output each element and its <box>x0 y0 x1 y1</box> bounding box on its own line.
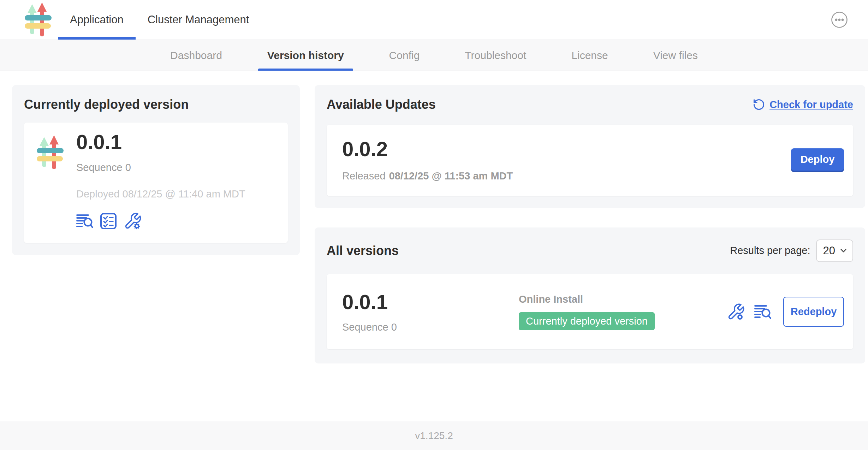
tab-cluster-management[interactable]: Cluster Management <box>136 0 261 40</box>
view-diff-icon <box>754 304 771 320</box>
currently-deployed-badge: Currently deployed version <box>519 312 655 330</box>
deployed-version-number: 0.0.1 <box>76 130 245 154</box>
app-logo-icon <box>24 2 52 37</box>
row-version-number: 0.0.1 <box>342 290 519 314</box>
available-updates-card: Available Updates Check for update 0.0.2… <box>315 85 865 208</box>
app-logo-icon <box>36 135 64 170</box>
subtab-dashboard[interactable]: Dashboard <box>148 40 245 71</box>
results-per-page-value: 20 <box>823 244 835 257</box>
available-updates-header: Available Updates Check for update <box>327 97 853 112</box>
deployed-version-panel: 0.0.1 Sequence 0 Deployed 08/12/25 @ 11:… <box>24 123 288 243</box>
version-row-actions: Redeploy <box>727 297 844 327</box>
update-details: 0.0.2 Released 08/12/25 @ 11:53 am MDT <box>342 137 513 182</box>
view-diff-icon <box>76 213 93 229</box>
check-for-update-label: Check for update <box>769 99 853 111</box>
deployed-actions <box>76 212 245 230</box>
results-per-page: Results per page: 20 <box>730 239 853 262</box>
app-logo <box>24 0 52 40</box>
version-row-status: Online Install Currently deployed versio… <box>519 294 727 330</box>
top-header: Application Cluster Management <box>0 0 868 40</box>
ellipsis-menu-icon <box>831 11 848 29</box>
subtab-version-history[interactable]: Version history <box>245 40 367 71</box>
edit-config-button[interactable] <box>124 212 142 230</box>
edit-config-icon <box>124 212 142 230</box>
header-spacer <box>261 0 831 40</box>
version-row: 0.0.1 Sequence 0 Online Install Currentl… <box>327 274 853 350</box>
admin-console-page: Application Cluster Management Dashboard… <box>0 0 868 450</box>
tab-application[interactable]: Application <box>58 0 136 40</box>
subtab-license[interactable]: License <box>549 40 630 71</box>
subtab-troubleshoot[interactable]: Troubleshoot <box>442 40 549 71</box>
deployed-timestamp: Deployed 08/12/25 @ 11:40 am MDT <box>76 188 245 200</box>
main-content: Currently deployed version 0.0.1 Sequenc… <box>0 71 868 421</box>
chevron-down-icon <box>840 248 847 253</box>
version-row-details: 0.0.1 Sequence 0 <box>342 290 519 333</box>
top-nav: Application Cluster Management <box>58 0 261 40</box>
released-timestamp: 08/12/25 @ 11:53 am MDT <box>389 170 513 182</box>
available-updates-title: Available Updates <box>327 97 436 112</box>
install-type-label: Online Install <box>519 294 727 305</box>
edit-config-icon <box>727 303 745 321</box>
all-versions-header: All versions Results per page: 20 <box>327 239 853 262</box>
subtab-view-files[interactable]: View files <box>631 40 720 71</box>
all-versions-card: All versions Results per page: 20 0.0. <box>315 227 865 363</box>
results-per-page-label: Results per page: <box>730 245 810 256</box>
preflight-checks-button[interactable] <box>100 213 117 229</box>
page-footer: v1.125.2 <box>0 421 868 450</box>
currently-deployed-card: Currently deployed version 0.0.1 Sequenc… <box>12 85 300 255</box>
preflight-checks-icon <box>100 213 117 229</box>
subtab-config[interactable]: Config <box>367 40 442 71</box>
update-row: 0.0.2 Released 08/12/25 @ 11:53 am MDT D… <box>327 125 853 196</box>
deployed-version-details: 0.0.1 Sequence 0 Deployed 08/12/25 @ 11:… <box>76 130 245 230</box>
all-versions-title: All versions <box>327 243 399 258</box>
deployed-sequence: Sequence 0 <box>76 162 245 173</box>
update-released-line: Released 08/12/25 @ 11:53 am MDT <box>342 170 513 182</box>
results-per-page-select[interactable]: 20 <box>816 239 853 262</box>
app-subnav: Dashboard Version history Config Trouble… <box>0 40 868 71</box>
released-label: Released <box>342 170 386 182</box>
edit-config-button[interactable] <box>727 303 745 321</box>
view-diff-button[interactable] <box>76 213 93 229</box>
deploy-button[interactable]: Deploy <box>791 148 844 171</box>
currently-deployed-title: Currently deployed version <box>24 97 288 112</box>
right-column: Available Updates Check for update 0.0.2… <box>315 85 865 363</box>
overflow-menu-button[interactable] <box>831 11 848 29</box>
row-sequence: Sequence 0 <box>342 321 519 333</box>
check-for-update-link[interactable]: Check for update <box>753 98 853 111</box>
view-diff-button[interactable] <box>754 304 771 320</box>
redeploy-button[interactable]: Redeploy <box>783 297 844 327</box>
refresh-icon <box>753 98 765 111</box>
console-version: v1.125.2 <box>415 430 453 442</box>
update-version-number: 0.0.2 <box>342 137 513 161</box>
